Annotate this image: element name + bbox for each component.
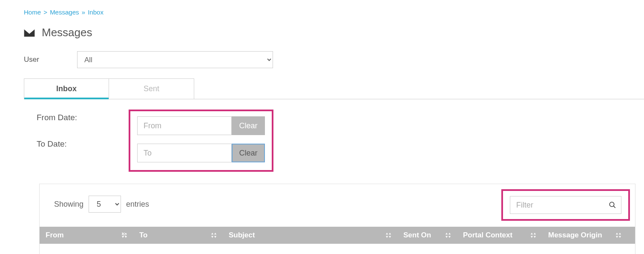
svg-line-1	[614, 206, 615, 208]
page-title: Messages	[42, 26, 92, 39]
message-tabs: Inbox Sent	[24, 78, 644, 99]
filter-box	[510, 196, 621, 214]
table-body-empty	[40, 244, 635, 254]
column-label: From	[46, 231, 64, 240]
showing-prefix: Showing	[54, 200, 83, 209]
column-label: Sent On	[403, 231, 431, 240]
messages-table-wrapper: Showing 5 entries	[39, 184, 635, 254]
date-filter-highlight: Clear Clear	[129, 110, 273, 172]
tab-inbox[interactable]: Inbox	[24, 78, 109, 99]
sort-icon	[121, 232, 127, 239]
date-filter-section: From Date: To Date: Clear Clear	[37, 107, 644, 172]
breadcrumb-messages[interactable]: Messages	[50, 9, 79, 16]
sort-icon	[445, 232, 451, 239]
user-filter-select[interactable]: All	[77, 51, 273, 68]
sort-icon	[530, 232, 536, 239]
column-label: Subject	[229, 231, 255, 240]
breadcrumb-inbox[interactable]: Inbox	[88, 9, 104, 16]
column-header-subject[interactable]: Subject	[223, 227, 397, 244]
column-label: To	[139, 231, 148, 240]
to-date-clear-button[interactable]: Clear	[232, 144, 265, 162]
user-filter-row: User All	[24, 51, 644, 68]
showing-suffix: entries	[126, 200, 149, 209]
from-date-clear-button[interactable]: Clear	[232, 116, 265, 135]
to-date-label: To Date:	[37, 139, 134, 166]
sort-icon	[615, 232, 621, 239]
table-header: From To Subject Sent On Portal Context	[40, 227, 635, 244]
sort-icon	[385, 232, 391, 239]
sort-icon	[211, 232, 217, 239]
entries-per-page: Showing 5 entries	[54, 196, 149, 213]
table-controls: Showing 5 entries	[40, 184, 635, 227]
column-header-portal-context[interactable]: Portal Context	[457, 227, 542, 244]
filter-highlight	[501, 189, 630, 221]
breadcrumb-home[interactable]: Home	[24, 9, 41, 16]
column-label: Message Origin	[548, 231, 602, 240]
user-filter-label: User	[24, 55, 77, 64]
tab-sent[interactable]: Sent	[109, 78, 194, 99]
search-icon	[609, 201, 616, 209]
column-header-to[interactable]: To	[133, 227, 223, 244]
from-date-label: From Date:	[37, 113, 134, 139]
breadcrumb-sep: >	[43, 9, 48, 16]
page-title-row: Messages	[24, 26, 644, 39]
mail-icon	[24, 29, 35, 37]
filter-input[interactable]	[510, 196, 621, 214]
breadcrumb-sep: »	[81, 9, 86, 16]
from-date-input[interactable]	[137, 116, 232, 135]
column-header-from[interactable]: From	[40, 227, 133, 244]
svg-point-0	[610, 202, 614, 207]
breadcrumb: Home > Messages » Inbox	[24, 9, 644, 16]
column-header-sent-on[interactable]: Sent On	[397, 227, 457, 244]
to-date-input[interactable]	[137, 144, 232, 162]
column-label: Portal Context	[463, 231, 512, 240]
page-size-select[interactable]: 5	[89, 196, 121, 213]
column-header-message-origin[interactable]: Message Origin	[542, 227, 627, 244]
